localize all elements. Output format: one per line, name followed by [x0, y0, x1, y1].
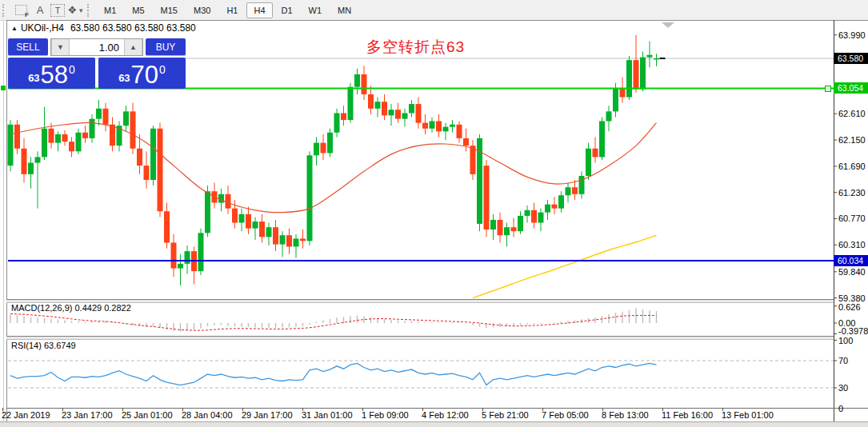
rsi-bottom-border [6, 408, 868, 409]
time-axis-label: 23 Jan 17:00 [62, 410, 113, 420]
sell-price-sup: 0 [69, 63, 75, 76]
price-tick-label: 61.230 [838, 188, 866, 198]
rsi-tick-label: 30 [838, 383, 848, 393]
rsi-tick-label: 70 [838, 356, 848, 365]
price-axis-border [834, 20, 834, 422]
price-tick-label: 59.840 [838, 267, 866, 277]
time-axis-label: 13 Feb 01:00 [722, 410, 774, 420]
price-tick-label: 63.990 [838, 30, 866, 40]
time-axis-label: 28 Jan 04:00 [182, 410, 233, 420]
rsi-label: RSI(14) 63.6749 [11, 341, 76, 350]
chart-title: ▲UKOil-,H463.580 63.580 63.580 63.580 [11, 22, 196, 34]
chart-shift-marker-icon[interactable] [662, 22, 674, 28]
symbol-period-label: UKOil-,H4 [21, 22, 64, 34]
time-axis-label: 8 Feb 13:00 [602, 410, 649, 420]
time-axis-label: 29 Jan 17:00 [242, 410, 293, 420]
volume-input[interactable]: 1.00 [70, 39, 124, 55]
volume-stepper: ▼ 1.00 ▲ [50, 38, 143, 56]
time-axis-label: 31 Jan 01:00 [302, 410, 353, 420]
time-tick [62, 408, 63, 411]
time-tick [2, 408, 3, 411]
time-axis-label: 22 Jan 2019 [2, 410, 50, 420]
one-click-trading-panel: SELL ▼ 1.00 ▲ BUY 63580 63700 [8, 38, 186, 89]
time-axis-label: 4 Feb 12:00 [422, 410, 469, 420]
moving-averages-layer [10, 122, 657, 297]
collapse-arrow-icon[interactable]: ▲ [11, 25, 18, 32]
green-line-edge-handle[interactable] [1, 86, 6, 90]
time-axis-label: 5 Feb 21:00 [482, 410, 529, 420]
time-tick [662, 408, 663, 411]
macd-tick-label: -0.3978 [838, 326, 868, 336]
time-tick [242, 408, 243, 411]
time-tick [542, 408, 543, 411]
buy-price-sup: 0 [159, 63, 166, 76]
time-axis-label: 11 Feb 16:00 [662, 410, 713, 420]
volume-down-icon[interactable]: ▼ [51, 39, 70, 55]
buy-button[interactable]: BUY [146, 38, 186, 56]
green-line-handle[interactable] [825, 86, 831, 92]
rsi-layer [8, 361, 834, 388]
buy-price-display[interactable]: 63700 [98, 58, 186, 89]
panel-separator-rsi[interactable] [6, 336, 834, 340]
buy-price-big: 70 [131, 63, 158, 87]
time-axis-label: 7 Feb 05:00 [542, 410, 589, 420]
sell-price-display[interactable]: 63580 [8, 58, 95, 89]
time-tick [602, 408, 603, 411]
ohlc-values: 63.580 63.580 63.580 63.580 [70, 22, 196, 34]
chart-text-annotation[interactable]: 多空转折点63 [366, 37, 465, 58]
blue-line-price-badge: 60.034 [834, 255, 868, 266]
window-edge-line [3, 20, 4, 422]
rsi-tick-label: 100 [838, 336, 853, 345]
mt4-window: F A T ❖ ▾ M1M5M15M30H1H4D1W1MN ▲UKOil-,H… [0, 0, 868, 427]
price-tick-label: 60.770 [838, 214, 866, 223]
price-tick-label: 60.310 [838, 240, 866, 249]
macd-tick-label: 0.626 [838, 302, 861, 312]
price-tick-label: 62.150 [838, 135, 866, 145]
time-tick [362, 408, 363, 411]
chart-border-left [6, 20, 7, 422]
time-tick [302, 408, 303, 411]
rsi-tick-label: 0 [838, 404, 843, 413]
macd-label: MACD(12,26,9) 0.4429 0.2822 [11, 303, 131, 313]
time-axis-label: 1 Feb 09:00 [362, 410, 409, 420]
time-tick [122, 408, 123, 411]
sell-price-small: 63 [28, 72, 39, 84]
time-tick [422, 408, 423, 411]
chart-border-top [6, 20, 868, 21]
time-tick [182, 408, 183, 411]
window-bottom-strip [0, 421, 868, 427]
sell-price-big: 58 [41, 63, 68, 87]
volume-up-icon[interactable]: ▲ [124, 39, 142, 55]
time-tick [482, 408, 483, 411]
green-line-price-badge: 63.054 [834, 82, 868, 94]
sell-button[interactable]: SELL [8, 38, 48, 56]
buy-price-small: 63 [118, 72, 130, 84]
time-tick [722, 408, 723, 411]
price-tick-label: 62.610 [838, 109, 866, 118]
time-axis-label: 25 Jan 01:00 [122, 410, 173, 420]
price-tick-label: 61.690 [838, 162, 866, 171]
current-price-badge: 63.580 [834, 53, 868, 64]
